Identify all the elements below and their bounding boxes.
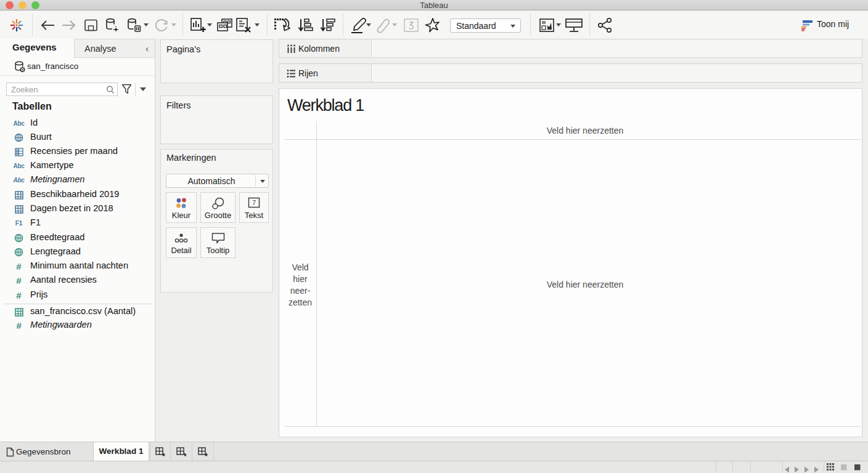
svg-text:7: 7 [252,199,256,206]
